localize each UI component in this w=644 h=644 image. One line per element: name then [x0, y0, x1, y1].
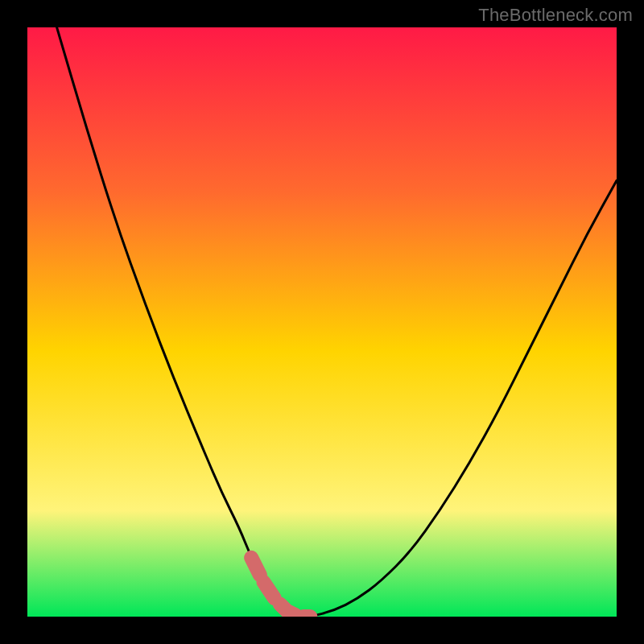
gradient-background: [27, 27, 617, 617]
plot-area: [27, 27, 617, 617]
watermark-text: TheBottleneck.com: [478, 5, 633, 26]
chart-frame: TheBottleneck.com: [0, 0, 644, 644]
chart-svg: [27, 27, 617, 617]
